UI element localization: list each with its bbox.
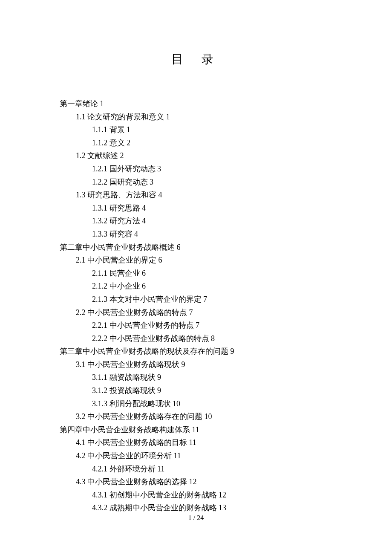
toc-entry: 1.3.1 研究思路 4 [92,202,332,215]
toc-entry: 4.3.1 初创期中小民营企业的财务战略 12 [92,489,332,502]
toc-entry: 1.2.1 国外研究动态 3 [92,162,332,176]
toc-entry: 第四章中小民营企业财务战略构建体系 11 [60,423,332,436]
toc-entry: 2.1.1 民营企业 6 [92,267,332,280]
toc-title: 目 录 [60,51,332,67]
toc-entry: 1.1.1 背景 1 [92,123,332,136]
toc-entry: 2.1.3 本文对中小民营企业的界定 7 [92,293,332,306]
toc-entry: 1.3.2 研究方法 4 [92,214,332,228]
toc-entry: 2.2.1 中小民营企业财务的特点 7 [92,319,332,332]
toc-entry: 3.1.1 融资战略现状 9 [92,371,332,384]
toc-entry: 3.1.2 投资战略现状 9 [92,384,332,397]
toc-entry: 3.2 中小民营企业财务战略存在的问题 10 [76,410,332,423]
page-footer: 1 / 24 [0,514,392,522]
toc-entry: 2.2.2 中小民营企业财务战略的特点 8 [92,332,332,345]
toc-entry: 第二章中小民营企业财务战略概述 6 [60,241,332,254]
toc-entry: 2.1 中小民营企业的界定 6 [76,254,332,267]
toc-entry: 第三章中小民营企业财务战略的现状及存在的问题 9 [60,345,332,358]
toc-entry: 4.3.2 成熟期中小民营企业的财务战略 13 [92,501,332,515]
toc-entry: 4.2 中小民营企业的环境分析 11 [76,449,332,462]
toc-entry: 1.1.2 意义 2 [92,136,332,150]
toc-entry: 4.1 中小民营企业财务战略的目标 11 [76,436,332,449]
toc-entry: 2.1.2 中小企业 6 [92,280,332,293]
toc-entry: 第一章绪论 1 [60,97,332,110]
toc-entry: 4.3 中小民营企业财务战略的选择 12 [76,475,332,489]
document-page: 目 录 第一章绪论 11.1 论文研究的背景和意义 11.1.1 背景 11.1… [0,0,392,540]
toc-entry: 1.2.2 国研究动态 3 [92,176,332,189]
toc-entry: 2.2 中小民营企业财务战略的特点 7 [76,306,332,319]
toc-entry: 4.2.1 外部环境分析 11 [92,462,332,476]
toc-entry: 1.1 论文研究的背景和意义 1 [76,110,332,124]
toc-entry: 1.2 文献综述 2 [76,149,332,162]
toc-entry: 1.3.3 研究容 4 [92,228,332,241]
toc-entry: 3.1.3 利润分配战略现状 10 [92,397,332,410]
toc-entry: 1.3 研究思路、方法和容 4 [76,188,332,202]
toc-entry: 3.1 中小民营企业财务战略现状 9 [76,358,332,371]
toc-list: 第一章绪论 11.1 论文研究的背景和意义 11.1.1 背景 11.1.2 意… [60,97,332,515]
